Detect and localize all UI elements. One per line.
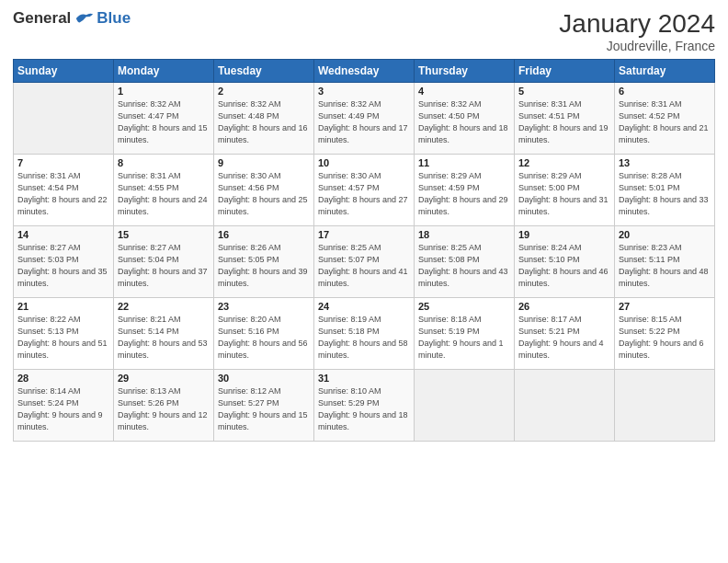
day-number: 22 [118, 301, 210, 312]
day-number: 27 [619, 301, 711, 312]
day-number: 18 [418, 229, 510, 240]
calendar-cell: 17Sunrise: 8:25 AMSunset: 5:07 PMDayligh… [314, 226, 415, 298]
calendar-header-row: SundayMondayTuesdayWednesdayThursdayFrid… [14, 60, 715, 83]
day-number: 10 [318, 157, 410, 168]
logo-bird-icon [74, 10, 95, 27]
day-info: Sunrise: 8:27 AMSunset: 5:04 PMDaylight:… [118, 242, 210, 290]
day-number: 30 [218, 373, 310, 384]
header-day-tuesday: Tuesday [214, 60, 314, 83]
day-number: 4 [418, 86, 510, 97]
calendar-cell: 29Sunrise: 8:13 AMSunset: 5:26 PMDayligh… [114, 370, 214, 442]
calendar-cell: 8Sunrise: 8:31 AMSunset: 4:55 PMDaylight… [114, 155, 214, 226]
calendar-title: January 2024 [559, 9, 715, 39]
calendar-cell: 3Sunrise: 8:32 AMSunset: 4:49 PMDaylight… [314, 83, 415, 155]
calendar-cell: 14Sunrise: 8:27 AMSunset: 5:03 PMDayligh… [14, 226, 114, 298]
day-info: Sunrise: 8:18 AMSunset: 5:19 PMDaylight:… [418, 314, 510, 362]
day-number: 24 [318, 301, 410, 312]
day-info: Sunrise: 8:25 AMSunset: 5:08 PMDaylight:… [418, 242, 510, 290]
day-info: Sunrise: 8:10 AMSunset: 5:29 PMDaylight:… [318, 385, 410, 433]
calendar-subtitle: Joudreville, France [559, 39, 715, 53]
calendar-cell [615, 370, 715, 442]
calendar-cell: 12Sunrise: 8:29 AMSunset: 5:00 PMDayligh… [515, 155, 615, 226]
calendar-cell: 26Sunrise: 8:17 AMSunset: 5:21 PMDayligh… [515, 298, 615, 370]
calendar-week-2: 7Sunrise: 8:31 AMSunset: 4:54 PMDaylight… [14, 155, 715, 226]
day-info: Sunrise: 8:32 AMSunset: 4:48 PMDaylight:… [218, 98, 310, 146]
header-day-saturday: Saturday [615, 60, 715, 83]
day-number: 20 [619, 229, 711, 240]
calendar-cell: 7Sunrise: 8:31 AMSunset: 4:54 PMDaylight… [14, 155, 114, 226]
calendar-cell: 21Sunrise: 8:22 AMSunset: 5:13 PMDayligh… [14, 298, 114, 370]
day-info: Sunrise: 8:25 AMSunset: 5:07 PMDaylight:… [318, 242, 410, 290]
day-number: 16 [218, 229, 310, 240]
calendar-cell: 11Sunrise: 8:29 AMSunset: 4:59 PMDayligh… [415, 155, 515, 226]
day-info: Sunrise: 8:23 AMSunset: 5:11 PMDaylight:… [619, 242, 711, 290]
header-day-sunday: Sunday [14, 60, 114, 83]
day-info: Sunrise: 8:20 AMSunset: 5:16 PMDaylight:… [218, 314, 310, 362]
day-number: 15 [118, 229, 210, 240]
logo: General Blue [13, 9, 131, 28]
calendar-week-1: 1Sunrise: 8:32 AMSunset: 4:47 PMDaylight… [14, 83, 715, 155]
header-day-monday: Monday [114, 60, 214, 83]
day-info: Sunrise: 8:31 AMSunset: 4:52 PMDaylight:… [619, 98, 711, 146]
calendar-cell: 5Sunrise: 8:31 AMSunset: 4:51 PMDaylight… [515, 83, 615, 155]
day-info: Sunrise: 8:19 AMSunset: 5:18 PMDaylight:… [318, 314, 410, 362]
day-number: 28 [17, 373, 109, 384]
day-info: Sunrise: 8:17 AMSunset: 5:21 PMDaylight:… [518, 314, 610, 362]
calendar-cell: 20Sunrise: 8:23 AMSunset: 5:11 PMDayligh… [615, 226, 715, 298]
day-number: 13 [619, 157, 711, 168]
day-info: Sunrise: 8:21 AMSunset: 5:14 PMDaylight:… [118, 314, 210, 362]
calendar-cell: 2Sunrise: 8:32 AMSunset: 4:48 PMDaylight… [214, 83, 314, 155]
day-number: 29 [118, 373, 210, 384]
day-info: Sunrise: 8:29 AMSunset: 5:00 PMDaylight:… [518, 170, 610, 218]
header-day-friday: Friday [515, 60, 615, 83]
day-info: Sunrise: 8:30 AMSunset: 4:57 PMDaylight:… [318, 170, 410, 218]
calendar-cell: 10Sunrise: 8:30 AMSunset: 4:57 PMDayligh… [314, 155, 415, 226]
calendar-cell [515, 370, 615, 442]
day-number: 12 [518, 157, 610, 168]
calendar-cell: 19Sunrise: 8:24 AMSunset: 5:10 PMDayligh… [515, 226, 615, 298]
calendar-cell: 23Sunrise: 8:20 AMSunset: 5:16 PMDayligh… [214, 298, 314, 370]
day-info: Sunrise: 8:31 AMSunset: 4:51 PMDaylight:… [518, 98, 610, 146]
day-number: 17 [318, 229, 410, 240]
day-number: 19 [518, 229, 610, 240]
calendar-cell: 1Sunrise: 8:32 AMSunset: 4:47 PMDaylight… [114, 83, 214, 155]
calendar-body: 1Sunrise: 8:32 AMSunset: 4:47 PMDaylight… [14, 83, 715, 442]
day-number: 26 [518, 301, 610, 312]
calendar-cell: 15Sunrise: 8:27 AMSunset: 5:04 PMDayligh… [114, 226, 214, 298]
day-info: Sunrise: 8:14 AMSunset: 5:24 PMDaylight:… [17, 385, 109, 433]
day-info: Sunrise: 8:29 AMSunset: 4:59 PMDaylight:… [418, 170, 510, 218]
calendar-week-3: 14Sunrise: 8:27 AMSunset: 5:03 PMDayligh… [14, 226, 715, 298]
day-number: 8 [118, 157, 210, 168]
calendar-cell: 27Sunrise: 8:15 AMSunset: 5:22 PMDayligh… [615, 298, 715, 370]
day-number: 5 [518, 86, 610, 97]
header-day-wednesday: Wednesday [314, 60, 415, 83]
day-info: Sunrise: 8:15 AMSunset: 5:22 PMDaylight:… [619, 314, 711, 362]
day-info: Sunrise: 8:24 AMSunset: 5:10 PMDaylight:… [518, 242, 610, 290]
calendar-cell: 25Sunrise: 8:18 AMSunset: 5:19 PMDayligh… [415, 298, 515, 370]
calendar-cell: 18Sunrise: 8:25 AMSunset: 5:08 PMDayligh… [415, 226, 515, 298]
header: General Blue January 2024 Joudreville, F… [13, 9, 715, 53]
calendar-week-4: 21Sunrise: 8:22 AMSunset: 5:13 PMDayligh… [14, 298, 715, 370]
calendar-cell: 6Sunrise: 8:31 AMSunset: 4:52 PMDaylight… [615, 83, 715, 155]
day-number: 11 [418, 157, 510, 168]
day-number: 31 [318, 373, 410, 384]
calendar-cell: 24Sunrise: 8:19 AMSunset: 5:18 PMDayligh… [314, 298, 415, 370]
calendar-cell [14, 83, 114, 155]
logo-blue-text: Blue [97, 9, 131, 28]
calendar-table: SundayMondayTuesdayWednesdayThursdayFrid… [13, 59, 715, 442]
calendar-week-5: 28Sunrise: 8:14 AMSunset: 5:24 PMDayligh… [14, 370, 715, 442]
title-block: January 2024 Joudreville, France [559, 9, 715, 53]
day-number: 1 [118, 86, 210, 97]
calendar-cell: 4Sunrise: 8:32 AMSunset: 4:50 PMDaylight… [415, 83, 515, 155]
calendar-cell: 13Sunrise: 8:28 AMSunset: 5:01 PMDayligh… [615, 155, 715, 226]
calendar-cell: 31Sunrise: 8:10 AMSunset: 5:29 PMDayligh… [314, 370, 415, 442]
day-number: 21 [17, 301, 109, 312]
day-number: 25 [418, 301, 510, 312]
day-info: Sunrise: 8:22 AMSunset: 5:13 PMDaylight:… [17, 314, 109, 362]
calendar-container: General Blue January 2024 Joudreville, F… [0, 0, 728, 451]
day-info: Sunrise: 8:26 AMSunset: 5:05 PMDaylight:… [218, 242, 310, 290]
day-number: 7 [17, 157, 109, 168]
day-info: Sunrise: 8:28 AMSunset: 5:01 PMDaylight:… [619, 170, 711, 218]
day-number: 3 [318, 86, 410, 97]
calendar-cell: 16Sunrise: 8:26 AMSunset: 5:05 PMDayligh… [214, 226, 314, 298]
